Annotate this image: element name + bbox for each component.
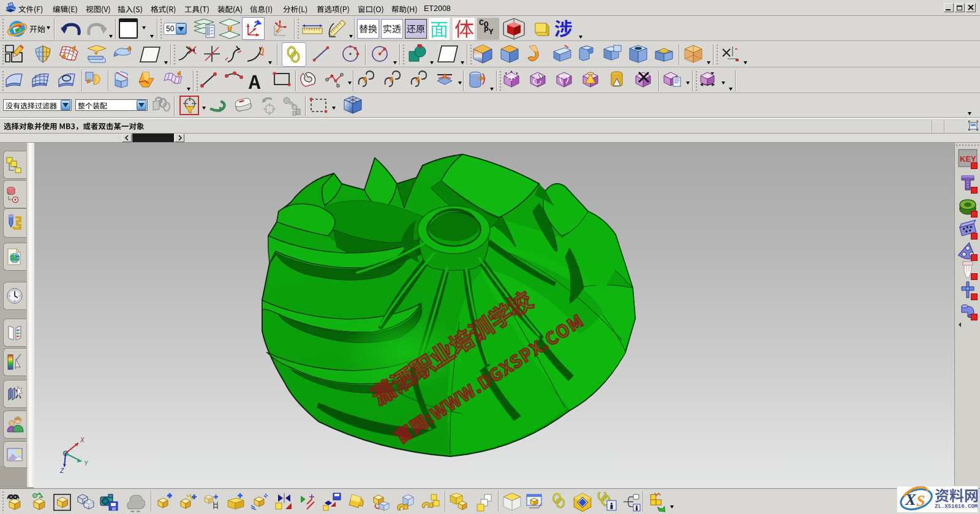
- svg-text:Z: Z: [59, 467, 64, 474]
- svg-text:S: S: [916, 492, 925, 510]
- svg-text:Y: Y: [84, 460, 89, 467]
- svg-text:X: X: [80, 437, 85, 444]
- svg-text:X: X: [905, 491, 916, 508]
